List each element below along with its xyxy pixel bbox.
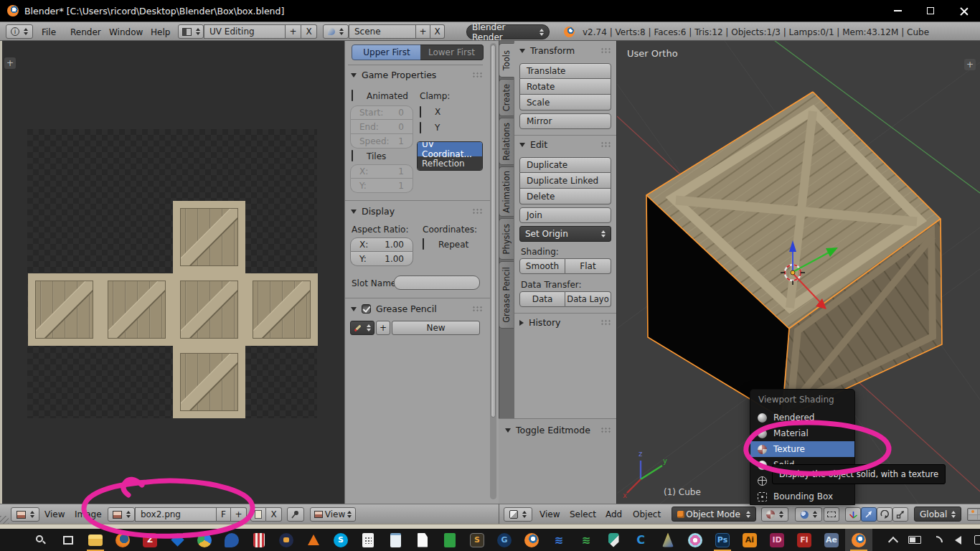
taskbar-file-explorer[interactable] bbox=[82, 529, 109, 551]
shading-option-texture[interactable]: Texture bbox=[750, 441, 854, 457]
taskbar-skype[interactable]: S bbox=[327, 529, 354, 551]
panel-drag-handle[interactable] bbox=[472, 208, 483, 215]
aspect-x-field[interactable]: X: 1.00 bbox=[350, 237, 413, 252]
toggle-editmode-header[interactable]: Toggle Editmode bbox=[505, 425, 611, 435]
image-name-field[interactable]: box2.png bbox=[135, 507, 217, 522]
tiles-y-slider[interactable]: Y: 1 bbox=[350, 179, 413, 193]
transform-orientation-dropdown[interactable]: Global bbox=[914, 507, 961, 522]
taskbar-photoshop[interactable]: Ps bbox=[709, 529, 736, 551]
screen-layout-delete-button[interactable]: X bbox=[301, 24, 317, 39]
taskbar-app-drive[interactable] bbox=[191, 529, 218, 551]
manipulator-translate-toggle[interactable] bbox=[861, 507, 877, 522]
taskbar-popcorn-time[interactable] bbox=[245, 529, 273, 551]
set-origin-dropdown[interactable]: Set Origin bbox=[519, 226, 611, 242]
tray-volume[interactable] bbox=[947, 529, 969, 551]
minimize-button[interactable] bbox=[881, 0, 914, 22]
taskbar-app-green[interactable] bbox=[436, 529, 463, 551]
image-browse-button[interactable] bbox=[108, 507, 135, 522]
menu-help[interactable]: Help bbox=[151, 22, 170, 42]
layer-cell-active[interactable] bbox=[969, 509, 977, 514]
mode-dropdown[interactable]: Object Mode bbox=[672, 507, 756, 522]
scrollbar-thumb[interactable] bbox=[491, 44, 496, 418]
taskbar-blender-active[interactable] bbox=[845, 529, 872, 551]
taskbar-after-effects[interactable]: Ae bbox=[818, 529, 845, 551]
game-properties-header[interactable]: Game Properties bbox=[351, 70, 483, 80]
grease-pencil-checkbox[interactable] bbox=[362, 304, 371, 314]
panel-drag-handle[interactable] bbox=[600, 319, 611, 326]
panel-drag-handle[interactable] bbox=[600, 47, 611, 54]
manipulator-scale-toggle[interactable] bbox=[892, 507, 908, 522]
speed-slider[interactable]: Speed: 1 bbox=[350, 134, 413, 149]
task-view-button[interactable] bbox=[55, 529, 82, 551]
tab-upper-first[interactable]: Upper First bbox=[352, 44, 422, 60]
viewport-shading-dropdown[interactable] bbox=[761, 507, 788, 522]
pack-image-button[interactable] bbox=[250, 507, 266, 522]
menu-render[interactable]: Render bbox=[70, 22, 101, 42]
taskbar-app-c[interactable]: C bbox=[627, 529, 654, 551]
menu-file[interactable]: File bbox=[42, 22, 56, 42]
mapping-option-uv[interactable]: UV Coordinat... bbox=[418, 142, 482, 156]
scene-delete-button[interactable]: X bbox=[430, 24, 445, 39]
taskbar-filezilla[interactable]: Z bbox=[136, 529, 164, 551]
fake-user-button[interactable]: F bbox=[217, 507, 231, 522]
tab-lower-first[interactable]: Lower First bbox=[420, 44, 484, 60]
taskbar-flash[interactable]: Fl bbox=[791, 529, 818, 551]
tool-tab-physics[interactable]: Physics bbox=[499, 218, 514, 260]
screen-layout-add-button[interactable]: + bbox=[286, 24, 301, 39]
smooth-button[interactable]: Smooth bbox=[519, 258, 565, 274]
tool-tab-grease-pencil[interactable]: Grease Pencil bbox=[499, 261, 514, 329]
region-expand-button[interactable]: + bbox=[964, 59, 976, 70]
maximize-button[interactable] bbox=[914, 0, 947, 22]
menu-window[interactable]: Window bbox=[109, 22, 143, 42]
transform-panel-header[interactable]: Transform bbox=[519, 45, 611, 56]
rotate-button[interactable]: Rotate bbox=[519, 79, 611, 95]
view3d-menu-object[interactable]: Object bbox=[633, 504, 661, 524]
taskbar-sublime[interactable]: S bbox=[463, 529, 491, 551]
scrollbar-track[interactable] bbox=[490, 43, 496, 499]
taskbar-app-disc[interactable] bbox=[682, 529, 709, 551]
close-button[interactable] bbox=[947, 0, 980, 22]
taskbar-vlc[interactable] bbox=[300, 529, 327, 551]
tiles-checkbox[interactable] bbox=[352, 151, 353, 161]
mirror-button[interactable]: Mirror bbox=[519, 113, 611, 129]
gp-draw-mode-dropdown[interactable] bbox=[350, 321, 374, 335]
screen-layout-browse-button[interactable] bbox=[178, 24, 204, 39]
translate-button[interactable]: Translate bbox=[519, 63, 611, 79]
layer-cell[interactable] bbox=[969, 515, 977, 520]
slot-name-input[interactable] bbox=[394, 276, 480, 290]
taskbar-app-yellow[interactable] bbox=[654, 529, 682, 551]
taskbar-app-blue-bird[interactable] bbox=[218, 529, 245, 551]
view3d-menu-add[interactable]: Add bbox=[606, 504, 622, 524]
panel-drag-handle[interactable] bbox=[472, 306, 483, 312]
clamp-y-checkbox[interactable] bbox=[420, 123, 421, 133]
uv-menu-view[interactable]: View bbox=[44, 504, 65, 524]
taskbar-app-shield[interactable] bbox=[600, 529, 627, 551]
panel-drag-handle[interactable] bbox=[600, 141, 611, 148]
taskbar-app-g[interactable]: G bbox=[491, 529, 518, 551]
grease-pencil-header[interactable]: Grease Pencil bbox=[351, 303, 483, 314]
gp-new-button[interactable]: New bbox=[392, 321, 480, 335]
taskbar-calculator[interactable] bbox=[354, 529, 382, 551]
new-image-button[interactable]: + bbox=[231, 507, 247, 522]
tiles-x-slider[interactable]: X: 1 bbox=[350, 164, 413, 179]
tool-tab-animation[interactable]: Animation bbox=[499, 166, 514, 217]
edit-panel-header[interactable]: Edit bbox=[519, 139, 611, 150]
scene-add-button[interactable]: + bbox=[416, 24, 430, 39]
start-button[interactable] bbox=[0, 529, 27, 551]
manipulator-rotate-toggle[interactable] bbox=[877, 507, 892, 522]
draw-channels-dropdown[interactable]: View bbox=[310, 507, 356, 522]
scene-browse-button[interactable] bbox=[323, 24, 349, 39]
render-engine-dropdown[interactable]: Blender Render bbox=[466, 24, 550, 39]
duplicate-linked-button[interactable]: Duplicate Linked bbox=[519, 173, 611, 189]
pivot-align-toggle[interactable] bbox=[824, 507, 839, 522]
search-button[interactable] bbox=[27, 529, 55, 551]
tray-wifi[interactable] bbox=[925, 529, 947, 551]
tray-notifications[interactable] bbox=[969, 529, 980, 551]
duplicate-button[interactable]: Duplicate bbox=[519, 157, 611, 173]
pivot-point-dropdown[interactable] bbox=[795, 507, 822, 522]
join-button[interactable]: Join bbox=[519, 207, 611, 223]
manipulator-toggle[interactable] bbox=[845, 507, 861, 522]
tool-tab-create[interactable]: Create bbox=[499, 79, 514, 116]
taskbar-blender[interactable] bbox=[518, 529, 545, 551]
tray-battery[interactable] bbox=[904, 529, 925, 551]
